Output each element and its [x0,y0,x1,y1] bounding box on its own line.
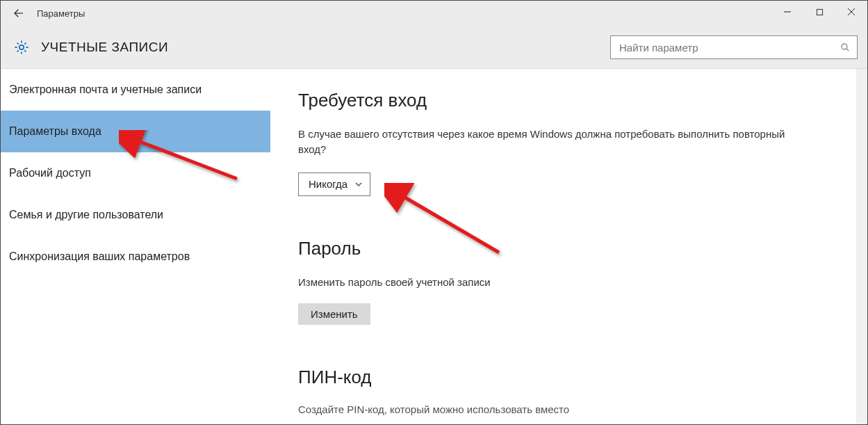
search-box[interactable] [610,35,858,59]
password-section: Пароль Изменить пароль своей учетной зап… [298,238,840,326]
body: Электронная почта и учетные записи Парам… [1,69,867,424]
sidebar-item-work-access[interactable]: Рабочий доступ [1,152,270,194]
pin-description-truncated: Создайте PIN-код, который можно использо… [298,403,840,415]
svg-rect-1 [817,9,822,15]
pin-section: ПИН-код Создайте PIN-код, который можно … [298,367,840,415]
settings-window: Параметры УЧЕТНЫЕ ЗАПИСИ [0,0,868,425]
require-signin-dropdown[interactable]: Никогда [298,173,370,196]
maximize-button[interactable] [803,1,835,23]
svg-point-5 [842,44,847,49]
sidebar-item-sync-settings[interactable]: Синхронизация ваших параметров [1,236,270,278]
vertical-scrollbar[interactable] [856,69,867,424]
app-title: Параметры [37,8,85,19]
signin-required-description: В случае вашего отсутствия через какое в… [298,127,799,157]
heading-signin-required: Требуется вход [298,90,840,111]
sidebar-item-label: Параметры входа [9,125,101,138]
titlebar: Параметры [1,1,867,26]
sidebar-item-email-accounts[interactable]: Электронная почта и учетные записи [1,69,270,111]
window-controls [771,1,867,23]
minimize-button[interactable] [771,1,803,23]
change-password-button[interactable]: Изменить [298,303,370,325]
sidebar-item-signin-options[interactable]: Параметры входа [1,111,270,152]
heading-password: Пароль [298,238,840,259]
password-description: Изменить пароль своей учетной записи [298,275,799,290]
content-pane: Требуется вход В случае вашего отсутстви… [270,69,867,424]
sidebar-item-family-users[interactable]: Семья и другие пользователи [1,194,270,236]
back-button[interactable] [9,3,28,23]
close-button[interactable] [835,1,867,23]
heading-pin: ПИН-код [298,367,840,388]
sidebar-item-label: Электронная почта и учетные записи [9,83,202,96]
search-icon[interactable] [833,42,857,53]
chevron-down-icon [354,180,363,189]
search-input[interactable] [611,42,833,54]
sidebar-item-label: Рабочий доступ [9,167,91,179]
page-header: УЧЕТНЫЕ ЗАПИСИ [1,26,867,69]
sidebar-item-label: Синхронизация ваших параметров [9,250,190,263]
section-title: УЧЕТНЫЕ ЗАПИСИ [41,40,168,55]
svg-point-4 [19,45,24,49]
gear-icon [13,39,30,56]
sidebar-item-label: Семья и другие пользователи [9,209,163,221]
svg-line-6 [846,49,849,51]
dropdown-value: Никогда [309,178,347,190]
sidebar: Электронная почта и учетные записи Парам… [1,69,270,424]
